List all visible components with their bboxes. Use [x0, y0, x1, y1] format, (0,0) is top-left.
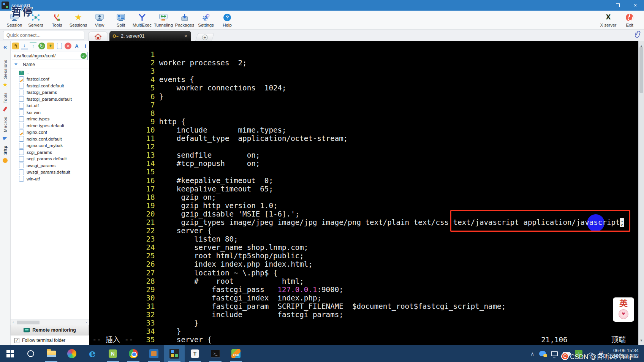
close-button[interactable]: ×	[627, 0, 644, 11]
scrollbar-thumb[interactable]	[17, 321, 40, 324]
pdf-reader-button[interactable]: PDF	[226, 345, 246, 362]
remote-monitoring-label: Remote monitoring	[32, 327, 76, 333]
toolbar-tools-label: Tools	[52, 23, 62, 27]
terminal[interactable]: 1 2worker_processes 2; 3 4events {	[89, 41, 644, 345]
monitoring-icon	[24, 328, 30, 332]
collapse-sidebar-button[interactable]: «	[3, 43, 7, 51]
toolbar-help[interactable]: ? Help	[217, 11, 238, 29]
info-icon[interactable]: i	[82, 43, 89, 49]
typora-button[interactable]: T	[185, 345, 205, 362]
file-row[interactable]: nginx.conf_mybak	[11, 142, 89, 149]
file-row[interactable]: nginx.conf.default	[11, 136, 89, 142]
side-tab-tools[interactable]: Tools	[3, 92, 8, 103]
file-row[interactable]: scgi_params	[11, 149, 89, 156]
scroll-down-icon[interactable]: ▼	[639, 336, 644, 345]
file-icon	[19, 83, 24, 89]
file-row[interactable]: nginx.conf	[11, 129, 89, 136]
tab-close-icon[interactable]: ×	[184, 33, 187, 39]
new-tab-button[interactable]: +	[195, 33, 215, 41]
delete-icon[interactable]: ×	[65, 43, 71, 49]
toolbar-settings[interactable]: Settings	[195, 11, 217, 29]
toolbar-sessions[interactable]: ★ Sessions	[68, 11, 89, 29]
toolbar-xserver[interactable]: X X server	[598, 11, 619, 29]
toolbar-split[interactable]: Split	[110, 11, 131, 29]
side-tab-strip: « Sessions ★ Tools Macros Sftp	[0, 41, 11, 345]
chrome-button[interactable]	[123, 345, 144, 362]
file-row[interactable]: fastcgi.conf.default	[11, 82, 89, 89]
toolbar-packages-label: Packages	[175, 23, 195, 27]
terminal-scrollbar[interactable]: ▲ ▼	[638, 41, 644, 345]
toolbar-view[interactable]: View	[89, 11, 110, 29]
vim-mode: -- 插入 --	[92, 336, 133, 344]
file-row[interactable]: uwsgi_params	[11, 162, 89, 169]
line-number: 14	[145, 160, 155, 168]
download-icon[interactable]: ↓	[21, 43, 28, 49]
line-number: 6	[145, 93, 155, 101]
home-tab[interactable]	[88, 32, 108, 41]
start-button[interactable]	[0, 345, 21, 362]
file-explorer-button[interactable]	[41, 345, 62, 362]
mobaxterm-taskbar-button[interactable]	[164, 345, 185, 362]
tray-expand-icon[interactable]: ∧	[530, 351, 534, 357]
toolbar-exit[interactable]: Exit	[619, 11, 640, 29]
side-tab-sessions[interactable]: Sessions	[3, 60, 8, 79]
tab-server01-label: 2. server01	[121, 33, 145, 39]
recording-pause-overlay: 暂停	[11, 4, 33, 19]
line-number: 18	[145, 193, 155, 202]
follow-checkbox[interactable]: ✓	[14, 338, 19, 343]
path-row: ✓	[11, 51, 89, 61]
toolbar-tools[interactable]: Tools	[46, 11, 68, 29]
new-folder-icon[interactable]: +	[47, 43, 54, 49]
toolbar-multiexec[interactable]: MultiExec	[131, 11, 153, 29]
quick-connect-input[interactable]	[3, 31, 84, 40]
path-ok-icon[interactable]: ✓	[81, 53, 87, 59]
follow-terminal-folder-row[interactable]: ✓ Follow terminal folder	[11, 335, 89, 345]
toolbar-exit-label: Exit	[626, 23, 633, 27]
toolbar-packages[interactable]: Packages	[174, 11, 195, 29]
file-icon	[19, 156, 24, 162]
go-up-directory-icon[interactable]: ↰	[12, 43, 19, 49]
file-row[interactable]: win-utf	[11, 175, 89, 182]
messaging-tray-icon[interactable]	[539, 351, 546, 356]
terminal-scrollbar-thumb[interactable]	[639, 47, 643, 93]
attach-paperclip-icon[interactable]	[635, 30, 641, 40]
file-row[interactable]: fastcgi_params	[11, 89, 89, 96]
file-row[interactable]: mime.types.default	[11, 122, 89, 129]
side-tab-sftp[interactable]: Sftp	[3, 145, 8, 155]
ime-floating-badge[interactable]: 英 ♥	[613, 297, 634, 322]
minimize-button[interactable]: —	[592, 0, 609, 11]
terminal-line: 16 #keepalive_timeout 0;	[92, 168, 644, 176]
maximize-button[interactable]	[609, 0, 627, 11]
edge-button[interactable]: e	[82, 345, 103, 362]
file-row[interactable]: koi-win	[11, 109, 89, 116]
cmd-button[interactable]: >_	[205, 345, 226, 362]
remote-monitoring-button[interactable]: Remote monitoring	[11, 325, 89, 335]
tab-server01[interactable]: 2. server01 ×	[109, 31, 191, 41]
media-app-button[interactable]	[62, 345, 82, 362]
path-input[interactable]	[12, 52, 88, 60]
file-row[interactable]: fastcgi.conf	[11, 76, 89, 83]
line-number: 30	[145, 294, 155, 302]
network-display-tray-icon[interactable]	[551, 351, 558, 356]
refresh-icon[interactable]: ↻	[38, 43, 45, 49]
scroll-right-icon[interactable]: ›	[84, 320, 89, 324]
file-row[interactable]: fastcgi_params.default	[11, 96, 89, 103]
file-row[interactable]: uwsgi_params.default	[11, 169, 89, 176]
file-row[interactable]: mime.types	[11, 116, 89, 123]
multiexec-icon	[138, 13, 146, 22]
side-tab-macros[interactable]: Macros	[3, 117, 8, 132]
file-row[interactable]: koi-utf	[11, 103, 89, 109]
file-list-header[interactable]: Name	[11, 61, 89, 68]
rename-icon[interactable]: A	[73, 43, 80, 49]
file-row[interactable]: ..	[11, 69, 89, 76]
notepad-button[interactable]: N	[103, 345, 123, 362]
cortana-button[interactable]	[21, 345, 41, 362]
upload-icon[interactable]: ↑	[30, 43, 36, 49]
line-number: 22	[145, 227, 155, 235]
vmware-button[interactable]	[144, 345, 164, 362]
scroll-left-icon[interactable]: ‹	[11, 320, 16, 324]
sidebar-horizontal-scrollbar[interactable]: ‹ ›	[11, 319, 89, 325]
toolbar-tunneling[interactable]: Tunneling	[153, 11, 174, 29]
file-row[interactable]: scgi_params.default	[11, 156, 89, 163]
new-file-icon[interactable]	[56, 43, 63, 49]
